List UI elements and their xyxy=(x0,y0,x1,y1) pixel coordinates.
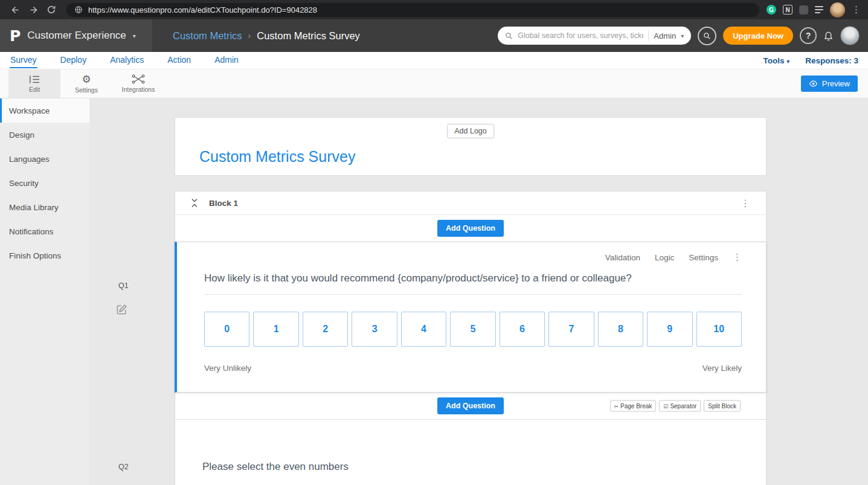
product-switcher[interactable]: P Customer Experience ▾ xyxy=(0,19,152,52)
question2-card: Please select the even numbers xyxy=(175,419,766,485)
add-question-button[interactable]: Add Question xyxy=(437,397,504,414)
question2-text[interactable]: Please select the even numbers xyxy=(202,461,742,473)
preview-button[interactable]: Preview xyxy=(801,75,858,92)
nps-option-4[interactable]: 4 xyxy=(401,312,446,347)
sidebar-item-workspace[interactable]: Workspace xyxy=(0,98,89,123)
add-logo-button[interactable]: Add Logo xyxy=(447,124,494,138)
nps-option-0[interactable]: 0 xyxy=(204,312,249,347)
toolbar-integrations-label: Integrations xyxy=(122,86,155,93)
add-question-button[interactable]: Add Question xyxy=(437,220,504,237)
toolbar-settings[interactable]: ⚙ Settings xyxy=(60,69,112,98)
tab-action[interactable]: Action xyxy=(167,53,191,68)
survey-title[interactable]: Custom Metrics Survey xyxy=(199,148,355,165)
globe-icon[interactable] xyxy=(74,5,83,14)
search-scope-dropdown[interactable]: Admin xyxy=(654,31,676,40)
address-bar[interactable]: https://www.questionpro.com/a/editCXTouc… xyxy=(66,3,759,17)
add-question-strip-bottom: Add Question ✂Page Break ☑Separator Spli… xyxy=(175,393,766,419)
toolbar-edit[interactable]: Edit xyxy=(8,69,60,98)
block-name[interactable]: Block 1 xyxy=(209,199,238,208)
browser-refresh-button[interactable] xyxy=(42,1,60,18)
question-menu-icon[interactable]: ⋮ xyxy=(733,252,742,263)
extension-icon[interactable] xyxy=(799,5,808,14)
logic-link[interactable]: Logic xyxy=(655,253,674,262)
toolbar-integrations[interactable]: Integrations xyxy=(112,69,164,98)
sidebar-item-media-library[interactable]: Media Library xyxy=(0,195,89,219)
main-nav: Survey Deploy Analytics Action Admin Too… xyxy=(0,52,868,69)
nps-option-6[interactable]: 6 xyxy=(500,312,545,347)
nps-option-9[interactable]: 9 xyxy=(647,312,692,347)
question1-text[interactable]: How likely is it that you would recommen… xyxy=(204,272,742,295)
refresh-icon xyxy=(47,5,56,14)
nps-option-2[interactable]: 2 xyxy=(303,312,348,347)
search-icon xyxy=(505,32,513,40)
back-arrow-icon xyxy=(10,5,21,15)
sidebar-item-finish-options[interactable]: Finish Options xyxy=(0,243,89,268)
survey-toolbar: Edit ⚙ Settings Integrations Preview xyxy=(0,69,868,98)
breadcrumb: Custom Metrics › Custom Metrics Survey xyxy=(173,30,360,42)
edit-question-button[interactable] xyxy=(116,304,127,315)
nps-option-10[interactable]: 10 xyxy=(696,312,742,347)
question1-code: Q1 xyxy=(118,281,129,290)
anchor-right-label: Very Likely xyxy=(702,364,742,373)
gear-icon: ⚙ xyxy=(82,74,91,85)
header-actions: Admin ▾ Upgrade Now ? xyxy=(498,26,868,45)
survey-header-card: Add Logo Custom Metrics Survey xyxy=(175,117,767,176)
sidebar: Workspace Design Languages Security Medi… xyxy=(0,98,89,485)
nps-option-3[interactable]: 3 xyxy=(352,312,397,347)
tab-analytics[interactable]: Analytics xyxy=(109,53,144,68)
validation-link[interactable]: Validation xyxy=(605,253,640,262)
notion-icon[interactable]: N xyxy=(783,5,792,14)
browser-forward-button[interactable] xyxy=(24,1,42,18)
chevron-down-icon[interactable]: ▾ xyxy=(681,33,684,39)
survey-column: Add Logo Custom Metrics Survey Block 1 ⋮… xyxy=(175,117,767,485)
user-avatar[interactable] xyxy=(840,26,860,45)
nps-option-5[interactable]: 5 xyxy=(450,312,495,347)
settings-link[interactable]: Settings xyxy=(689,253,718,262)
notifications-bell-icon[interactable] xyxy=(823,30,834,41)
tab-deploy[interactable]: Deploy xyxy=(60,53,88,68)
breadcrumb-separator-icon: › xyxy=(248,31,251,40)
block-header: Block 1 ⋮ xyxy=(175,191,766,215)
tab-survey[interactable]: Survey xyxy=(10,53,37,68)
nps-scale: 0 1 2 3 4 5 6 7 8 9 10 xyxy=(204,312,742,347)
search-icon xyxy=(703,32,711,40)
nav-right: Tools ▾ Responses: 3 xyxy=(763,56,858,65)
nps-option-1[interactable]: 1 xyxy=(253,312,298,347)
url-text[interactable]: https://www.questionpro.com/a/editCXTouc… xyxy=(88,5,317,14)
page-break-button[interactable]: ✂Page Break xyxy=(610,400,657,412)
upgrade-now-button[interactable]: Upgrade Now xyxy=(723,27,793,45)
browser-extensions: G N ⋮ xyxy=(767,2,861,18)
split-block-button[interactable]: Split Block xyxy=(704,400,741,412)
global-search[interactable]: Admin ▾ xyxy=(498,27,691,45)
search-submit-button[interactable] xyxy=(698,27,716,45)
separator-button[interactable]: ☑Separator xyxy=(659,400,701,412)
grammarly-icon[interactable]: G xyxy=(767,5,776,14)
browser-menu-icon[interactable]: ⋮ xyxy=(852,4,861,15)
collapse-block-icon[interactable] xyxy=(191,198,198,208)
responses-count[interactable]: Responses: 3 xyxy=(805,56,858,65)
eye-icon xyxy=(809,80,818,87)
tools-dropdown[interactable]: Tools ▾ xyxy=(763,56,789,65)
question-actions: Validation Logic Settings ⋮ xyxy=(204,252,742,263)
sidebar-item-security[interactable]: Security xyxy=(0,171,89,195)
browser-profile-avatar[interactable] xyxy=(830,2,845,18)
sidebar-item-notifications[interactable]: Notifications xyxy=(0,219,89,243)
block-menu-icon[interactable]: ⋮ xyxy=(741,198,750,209)
list-extension-icon[interactable] xyxy=(815,6,823,13)
content: Workspace Design Languages Security Medi… xyxy=(0,98,868,485)
tab-admin[interactable]: Admin xyxy=(214,53,239,68)
preview-button-label: Preview xyxy=(822,79,850,88)
nps-option-7[interactable]: 7 xyxy=(548,312,594,347)
search-input[interactable] xyxy=(518,31,643,40)
block-card: Block 1 ⋮ Add Question Validation Logic … xyxy=(175,191,767,485)
sidebar-item-languages[interactable]: Languages xyxy=(0,147,89,171)
pencil-edit-icon xyxy=(116,304,127,315)
scissors-icon: ✂ xyxy=(614,403,619,409)
browser-back-button[interactable] xyxy=(6,1,24,18)
sidebar-item-design[interactable]: Design xyxy=(0,123,89,147)
nps-option-8[interactable]: 8 xyxy=(598,312,643,347)
breadcrumb-parent[interactable]: Custom Metrics xyxy=(173,30,242,42)
help-button[interactable]: ? xyxy=(800,27,817,44)
url-id-highlight: ID=9042828 xyxy=(274,5,317,14)
nps-anchor-labels: Very Unlikely Very Likely xyxy=(204,364,742,373)
